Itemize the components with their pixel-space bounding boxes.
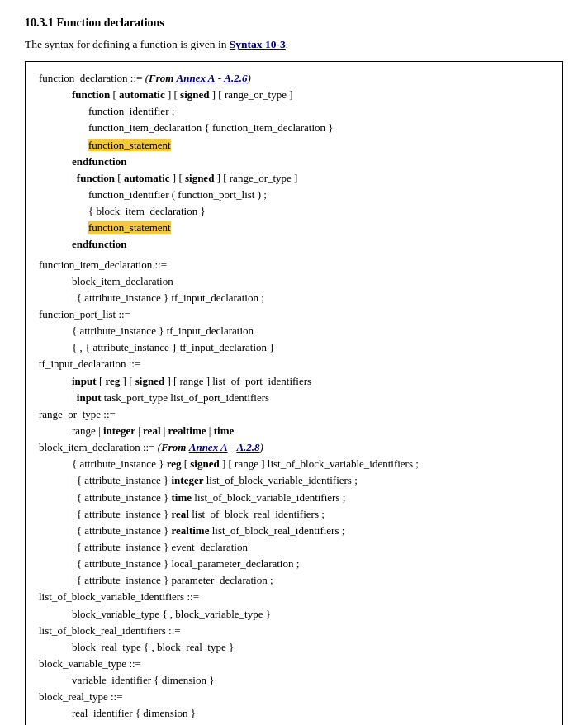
syntax-box: function_declaration ::= (From Annex A -… <box>25 61 563 725</box>
syntax-line: | { attribute_instance } event_declarati… <box>39 539 549 556</box>
syntax-line: function_port_list ::= <box>39 306 549 323</box>
syntax-line: variable_identifier { dimension } <box>39 672 549 689</box>
syntax-line: { attribute_instance } reg [ signed ] [ … <box>39 456 549 472</box>
intro-paragraph: The syntax for defining a function is gi… <box>25 38 563 51</box>
syntax-line: block_item_declaration <box>39 273 549 290</box>
syntax-line: endfunction <box>39 154 549 170</box>
syntax-line: function [ automatic ] [ signed ] [ rang… <box>39 87 549 103</box>
syntax-line: block_variable_type ::= <box>39 656 549 672</box>
syntax-line: function_identifier ; <box>39 103 549 120</box>
syntax-line: | { attribute_instance } parameter_decla… <box>39 572 549 589</box>
syntax-line: function_identifier ( function_port_list… <box>39 187 549 203</box>
syntax-line: | { attribute_instance } integer list_of… <box>39 472 549 489</box>
syntax-line-highlighted2: function_statement <box>39 220 549 236</box>
syntax-line: list_of_block_variable_identifiers ::= <box>39 589 549 605</box>
syntax-line: | function [ automatic ] [ signed ] [ ra… <box>39 170 549 187</box>
syntax-line: block_real_type { , block_real_type } <box>39 639 549 656</box>
syntax-line: list_of_block_real_identifiers ::= <box>39 623 549 639</box>
annex-a-link[interactable]: Annex A <box>177 72 216 84</box>
syntax-line: block_real_type ::= <box>39 689 549 705</box>
syntax-line: endfunction <box>39 236 549 253</box>
syntax-line: | { attribute_instance } real list_of_bl… <box>39 506 549 523</box>
syntax-line: function_declaration ::= (From Annex A -… <box>39 70 549 87</box>
a26-link[interactable]: A.2.6 <box>224 72 247 84</box>
syntax-line: { block_item_declaration } <box>39 203 549 220</box>
syntax-line: function_item_declaration ::= <box>39 257 549 273</box>
syntax-line: function_item_declaration { function_ite… <box>39 120 549 136</box>
syntax-line: { attribute_instance } tf_input_declarat… <box>39 323 549 339</box>
syntax-line: range | integer | real | realtime | time <box>39 423 549 439</box>
annex-a-link2[interactable]: Annex A <box>189 441 228 453</box>
a28-link[interactable]: A.2.8 <box>236 441 259 453</box>
syntax-10-3-link[interactable]: Syntax 10-3 <box>230 38 286 50</box>
syntax-line: | { attribute_instance } local_parameter… <box>39 556 549 572</box>
section-title: 10.3.1 Function declarations <box>25 17 563 30</box>
syntax-line: range_or_type ::= <box>39 406 549 423</box>
syntax-line: | { attribute_instance } time list_of_bl… <box>39 490 549 506</box>
syntax-line: | input task_port_type list_of_port_iden… <box>39 390 549 406</box>
syntax-line: { , { attribute_instance } tf_input_decl… <box>39 339 549 356</box>
syntax-line: block_item_declaration ::= (From Annex A… <box>39 439 549 456</box>
syntax-line-highlighted: function_statement <box>39 137 549 154</box>
syntax-line: real_identifier { dimension } <box>39 705 549 722</box>
syntax-line: input [ reg ] [ signed ] [ range ] list_… <box>39 373 549 390</box>
syntax-line: block_variable_type { , block_variable_t… <box>39 606 549 623</box>
syntax-line: tf_input_declaration ::= <box>39 356 549 372</box>
syntax-line: | { attribute_instance } tf_input_declar… <box>39 290 549 306</box>
syntax-line: | { attribute_instance } realtime list_o… <box>39 523 549 539</box>
